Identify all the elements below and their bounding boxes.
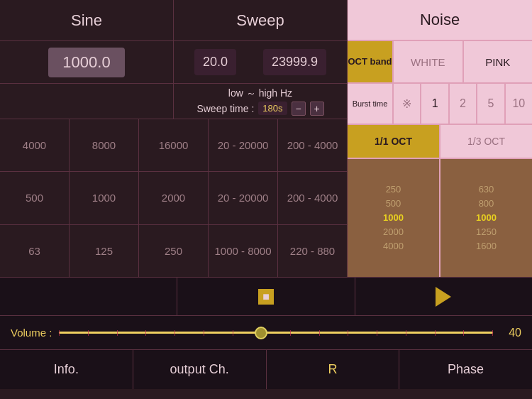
noise-header: Noise bbox=[348, 0, 532, 41]
stop-button[interactable]: ■ bbox=[258, 289, 274, 305]
preset-sweep-220-880[interactable]: 220 - 880 bbox=[278, 225, 347, 277]
tick-16 bbox=[492, 330, 493, 336]
oct-1-3-btn[interactable]: 1/3 OCT bbox=[440, 125, 532, 158]
tick-6 bbox=[204, 330, 204, 336]
sweep-freq-low[interactable]: 20.0 bbox=[194, 49, 236, 75]
sweep-range-label: low ～ high Hz bbox=[228, 87, 292, 100]
bottom-nav: Info. output Ch. R Phase bbox=[0, 350, 532, 389]
tick-1 bbox=[59, 330, 60, 336]
r-btn[interactable]: R bbox=[267, 350, 400, 389]
tick-13 bbox=[406, 330, 406, 336]
volume-ticks bbox=[59, 330, 493, 336]
volume-slider-track[interactable] bbox=[59, 332, 493, 334]
noise-type-row: OCT band WHITE PINK bbox=[348, 41, 532, 84]
top-section: Sine Sweep 1000.0 20.0 23999.9 bbox=[0, 0, 532, 277]
preset-sine-1000[interactable]: 1000 bbox=[70, 172, 139, 224]
burst-1-btn[interactable]: 1 bbox=[421, 84, 449, 124]
volume-label: Volume : bbox=[11, 327, 52, 339]
sine-header: Sine bbox=[0, 0, 174, 40]
left-panel: Sine Sweep 1000.0 20.0 23999.9 bbox=[0, 0, 348, 277]
sine-freq-value[interactable]: 1000.0 bbox=[48, 48, 124, 77]
sweep-time-row: Sweep time : 180s − + bbox=[196, 102, 323, 116]
burst-time-row: Burst time ※ 1 2 5 10 bbox=[348, 84, 532, 125]
burst-label: Burst time bbox=[348, 84, 394, 124]
sweep-time-label: Sweep time : bbox=[196, 103, 254, 114]
sweep-info-row: low ～ high Hz Sweep time : 180s − + bbox=[0, 84, 347, 119]
freq-lists: 250 500 1000 2000 4000 630 800 1000 1250… bbox=[348, 159, 532, 277]
preset-rows: 4000 8000 16000 20 - 20000 200 - 4000 50… bbox=[0, 119, 347, 277]
preset-sine-63[interactable]: 63 bbox=[0, 225, 70, 277]
freq-item-4000[interactable]: 4000 bbox=[383, 240, 404, 253]
tick-11 bbox=[348, 330, 348, 336]
preset-sine-125[interactable]: 125 bbox=[70, 225, 139, 277]
main-container: Sine Sweep 1000.0 20.0 23999.9 bbox=[0, 0, 532, 399]
freq-item-250[interactable]: 250 bbox=[386, 183, 401, 196]
play-button[interactable] bbox=[436, 287, 451, 307]
phase-btn[interactable]: Phase bbox=[399, 350, 532, 389]
freq-list-2: 630 800 1000 1250 1600 bbox=[440, 159, 532, 277]
sweep-freq-high[interactable]: 23999.9 bbox=[263, 49, 326, 75]
transport-stop-section: ■ bbox=[177, 278, 355, 315]
white-noise-btn[interactable]: WHITE bbox=[394, 41, 464, 82]
oct-band-btn[interactable]: OCT band bbox=[348, 41, 394, 82]
freq-item-1250[interactable]: 1250 bbox=[476, 226, 497, 239]
preset-sweep-200-4000[interactable]: 200 - 4000 bbox=[278, 119, 347, 171]
preset-row-3: 63 125 250 1000 - 8000 220 - 880 bbox=[0, 225, 347, 277]
sweep-freq-row: 20.0 23999.9 bbox=[174, 41, 347, 83]
oct-1-1-btn[interactable]: 1/1 OCT bbox=[348, 125, 440, 158]
tick-4 bbox=[145, 330, 146, 336]
tick-15 bbox=[463, 330, 464, 336]
freq-item-630[interactable]: 630 bbox=[479, 183, 494, 196]
transport-left bbox=[0, 278, 177, 315]
tick-12 bbox=[377, 330, 377, 336]
freq-display-row: 1000.0 20.0 23999.9 bbox=[0, 41, 347, 84]
sweep-time-value: 180s bbox=[258, 102, 287, 115]
preset-sine-250[interactable]: 250 bbox=[139, 225, 209, 277]
tick-14 bbox=[435, 330, 436, 336]
sweep-minus-btn[interactable]: − bbox=[292, 102, 306, 116]
preset-sine-4000[interactable]: 4000 bbox=[0, 119, 70, 171]
tick-5 bbox=[174, 330, 175, 336]
sine-freq-display: 1000.0 bbox=[0, 41, 174, 83]
header-row: Sine Sweep bbox=[0, 0, 347, 41]
freq-item-1000[interactable]: 1000 bbox=[383, 212, 404, 224]
preset-sine-8000[interactable]: 8000 bbox=[70, 119, 139, 171]
freq-list-1: 250 500 1000 2000 4000 bbox=[348, 159, 440, 277]
tick-7 bbox=[233, 330, 233, 336]
preset-row-2: 500 1000 2000 20 - 20000 200 - 4000 bbox=[0, 172, 347, 224]
volume-value: 40 bbox=[500, 327, 521, 339]
volume-bar: Volume : bbox=[0, 316, 532, 350]
tick-3 bbox=[117, 330, 118, 336]
preset-sweep-200-4000-b[interactable]: 200 - 4000 bbox=[278, 172, 347, 224]
transport-bar: ■ bbox=[0, 277, 532, 316]
freq-item-1000-b[interactable]: 1000 bbox=[476, 212, 497, 224]
freq-item-1600[interactable]: 1600 bbox=[476, 240, 497, 253]
pink-noise-btn[interactable]: PINK bbox=[464, 41, 533, 82]
sweep-header: Sweep bbox=[174, 0, 347, 40]
preset-sine-2000[interactable]: 2000 bbox=[139, 172, 209, 224]
preset-sweep-20-20000-b[interactable]: 20 - 20000 bbox=[209, 172, 278, 224]
sweep-plus-btn[interactable]: + bbox=[310, 102, 324, 116]
preset-sine-16000[interactable]: 16000 bbox=[139, 119, 209, 171]
sweep-info: low ～ high Hz Sweep time : 180s − + bbox=[174, 84, 347, 119]
transport-play-section bbox=[355, 278, 532, 315]
freq-item-800[interactable]: 800 bbox=[479, 197, 494, 210]
preset-sweep-20-20000[interactable]: 20 - 20000 bbox=[209, 119, 278, 171]
burst-10-btn[interactable]: 10 bbox=[506, 84, 532, 124]
burst-sym-btn[interactable]: ※ bbox=[394, 84, 421, 124]
preset-row-1: 4000 8000 16000 20 - 20000 200 - 4000 bbox=[0, 119, 347, 172]
info-btn[interactable]: Info. bbox=[0, 350, 133, 389]
tick-2 bbox=[88, 330, 89, 336]
preset-sine-500[interactable]: 500 bbox=[0, 172, 70, 224]
oct-row: 1/1 OCT 1/3 OCT bbox=[348, 125, 532, 159]
freq-item-500[interactable]: 500 bbox=[386, 197, 401, 210]
volume-knob[interactable] bbox=[255, 327, 267, 339]
right-panel: Noise OCT band WHITE PINK Burst time bbox=[348, 0, 532, 277]
freq-item-2000[interactable]: 2000 bbox=[383, 226, 404, 239]
volume-ticks-container bbox=[59, 326, 493, 340]
burst-2-btn[interactable]: 2 bbox=[450, 84, 477, 124]
output-ch-btn[interactable]: output Ch. bbox=[133, 350, 267, 389]
tick-9 bbox=[290, 330, 291, 336]
preset-sweep-1000-8000[interactable]: 1000 - 8000 bbox=[209, 225, 278, 277]
burst-5-btn[interactable]: 5 bbox=[477, 84, 505, 124]
